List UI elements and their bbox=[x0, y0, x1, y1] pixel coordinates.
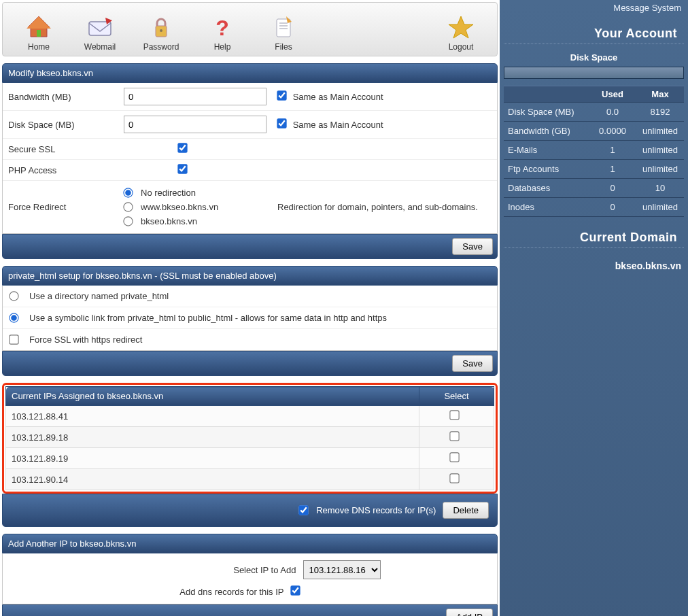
stat-key: Databases bbox=[504, 179, 589, 198]
stat-used: 1 bbox=[589, 160, 636, 179]
current-ips-panel: Current IPs Assigned to bkseo.bkns.vn Se… bbox=[2, 383, 498, 527]
toolbar-password[interactable]: Password bbox=[131, 14, 192, 52]
svg-marker-11 bbox=[449, 16, 473, 38]
ip-cell: 103.121.90.14 bbox=[6, 469, 419, 490]
table-row: 103.121.89.19 bbox=[6, 448, 494, 469]
ips-title: Current IPs Assigned to bkseo.bkns.vn bbox=[6, 387, 419, 406]
add-dns-label: Add dns records for this IP bbox=[107, 587, 284, 597]
ip-select-checkbox[interactable] bbox=[449, 473, 459, 483]
redirect-bare-text: bkseo.bkns.vn bbox=[141, 216, 197, 226]
disk-label: Disk Space (MB) bbox=[3, 111, 118, 139]
add-ip-title: Add Another IP to bkseo.bkns.vn bbox=[2, 534, 498, 553]
stat-used: 0.0000 bbox=[589, 122, 636, 141]
stat-max: unlimited bbox=[636, 122, 684, 141]
ip-cell: 103.121.89.19 bbox=[6, 448, 419, 469]
ip-select-checkbox[interactable] bbox=[449, 410, 459, 420]
stat-key: Inodes bbox=[504, 198, 589, 217]
svg-text:?: ? bbox=[216, 16, 229, 40]
php-checkbox[interactable] bbox=[177, 164, 187, 173]
modify-title: Modify bkseo.bkns.vn bbox=[2, 63, 498, 83]
stat-key: Disk Space (MB) bbox=[504, 103, 589, 122]
redirect-bare-radio[interactable] bbox=[123, 216, 133, 226]
remove-dns-text: Remove DNS records for IP(s) bbox=[316, 505, 436, 515]
remove-dns-checkbox[interactable] bbox=[299, 505, 309, 515]
toolbar-home-label: Home bbox=[28, 42, 50, 52]
bandwidth-input[interactable] bbox=[124, 88, 266, 105]
stat-max: 10 bbox=[636, 179, 684, 198]
stats-max-header: Max bbox=[636, 86, 684, 103]
stat-used: 1 bbox=[589, 141, 636, 160]
select-ip-dropdown[interactable]: 103.121.88.16 bbox=[303, 560, 381, 579]
add-dns-checkbox[interactable] bbox=[290, 585, 300, 595]
table-row: 103.121.90.14 bbox=[6, 469, 494, 490]
svg-point-5 bbox=[160, 29, 162, 32]
disk-same-text: Same as Main Account bbox=[293, 120, 383, 130]
home-icon bbox=[24, 14, 54, 41]
star-icon bbox=[446, 14, 476, 41]
toolbar-logout-label: Logout bbox=[449, 42, 474, 52]
redirect-www-radio[interactable] bbox=[123, 202, 133, 211]
redirect-hint: Redirection for domain, pointers, and su… bbox=[272, 181, 497, 234]
toolbar-files-label: Files bbox=[275, 42, 292, 52]
redirect-none-text: No redirection bbox=[141, 188, 196, 198]
ssl-checkbox[interactable] bbox=[177, 143, 187, 152]
private-save-button[interactable]: Save bbox=[452, 355, 493, 372]
bandwidth-same-checkbox[interactable] bbox=[277, 90, 286, 100]
private-symlink-radio[interactable] bbox=[9, 313, 18, 322]
table-row: 103.121.89.18 bbox=[6, 427, 494, 448]
toolbar-home[interactable]: Home bbox=[8, 14, 69, 52]
private-force-text: Force SSL with https redirect bbox=[29, 335, 142, 345]
ip-select-checkbox[interactable] bbox=[449, 431, 459, 441]
ip-cell: 103.121.89.18 bbox=[6, 427, 419, 448]
add-ip-panel: Add Another IP to bkseo.bkns.vn Select I… bbox=[2, 534, 498, 616]
private-html-title: private_html setup for bkseo.bkns.vn - (… bbox=[2, 266, 498, 286]
disk-usage-bar bbox=[504, 67, 684, 79]
sidebar: Message System Your Account Disk Space U… bbox=[500, 0, 688, 616]
stat-used: 0 bbox=[589, 179, 636, 198]
modify-save-button[interactable]: Save bbox=[452, 238, 493, 255]
files-icon bbox=[269, 14, 298, 41]
private-dir-text: Use a directory named private_html bbox=[29, 291, 169, 301]
stat-max: unlimited bbox=[636, 141, 684, 160]
svg-marker-2 bbox=[27, 16, 51, 29]
toolbar-webmail[interactable]: Webmail bbox=[69, 14, 131, 52]
bandwidth-same-text: Same as Main Account bbox=[293, 92, 383, 102]
stat-key: Bandwidth (GB) bbox=[504, 122, 589, 141]
delete-ip-button[interactable]: Delete bbox=[443, 502, 489, 519]
ips-select-header: Select bbox=[419, 387, 494, 406]
add-ip-button[interactable]: Add IP bbox=[446, 609, 493, 616]
remove-dns-label[interactable]: Remove DNS records for IP(s) bbox=[299, 505, 436, 515]
ips-highlight: Current IPs Assigned to bkseo.bkns.vn Se… bbox=[2, 383, 498, 494]
modify-panel: Modify bkseo.bkns.vn Bandwidth (MB) Same… bbox=[2, 63, 498, 259]
ip-cell: 103.121.88.41 bbox=[6, 406, 419, 427]
toolbar: Home Webmail Password bbox=[2, 2, 498, 56]
mail-icon bbox=[85, 14, 115, 41]
stat-key: Ftp Accounts bbox=[504, 160, 589, 179]
your-account-heading: Your Account bbox=[504, 13, 684, 44]
private-dir-radio[interactable] bbox=[9, 291, 18, 301]
private-html-panel: private_html setup for bkseo.bkns.vn - (… bbox=[2, 266, 498, 376]
bandwidth-same-label[interactable]: Same as Main Account bbox=[277, 92, 383, 102]
toolbar-files[interactable]: Files bbox=[253, 14, 314, 52]
toolbar-help[interactable]: ? Help bbox=[192, 14, 253, 52]
stat-used: 0 bbox=[589, 198, 636, 217]
stats-used-header: Used bbox=[589, 86, 636, 103]
message-system-link[interactable]: Message System bbox=[500, 0, 688, 13]
disk-same-checkbox[interactable] bbox=[277, 118, 286, 128]
stat-max: 8192 bbox=[636, 103, 684, 122]
stat-max: unlimited bbox=[636, 198, 684, 217]
current-domain-heading: Current Domain bbox=[504, 217, 684, 248]
current-domain-value: bkseo.bkns.vn bbox=[500, 254, 688, 278]
toolbar-help-label: Help bbox=[214, 42, 231, 52]
redirect-www-text: www.bkseo.bkns.vn bbox=[141, 202, 218, 212]
disk-space-heading: Disk Space bbox=[500, 50, 688, 67]
toolbar-logout[interactable]: Logout bbox=[430, 14, 492, 52]
disk-same-label[interactable]: Same as Main Account bbox=[277, 120, 383, 130]
ip-select-checkbox[interactable] bbox=[449, 452, 459, 462]
help-icon: ? bbox=[207, 14, 237, 41]
private-force-checkbox[interactable] bbox=[9, 335, 18, 344]
disk-input[interactable] bbox=[124, 116, 266, 133]
toolbar-webmail-label: Webmail bbox=[84, 42, 116, 52]
redirect-none-radio[interactable] bbox=[123, 188, 133, 197]
toolbar-password-label: Password bbox=[143, 42, 179, 52]
